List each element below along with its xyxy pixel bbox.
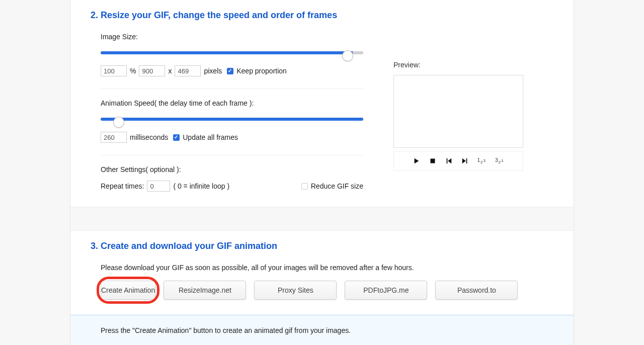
update-all-frames-checkbox[interactable] [173, 134, 180, 141]
section-2-heading: 2. Resize your GIF, change the speed and… [91, 10, 553, 21]
keep-proportion-label: Keep proportion [236, 67, 287, 75]
divider [101, 89, 363, 89]
play-icon[interactable] [413, 157, 420, 164]
repeat-label: Repeat times: [101, 182, 144, 190]
preview-controls: 123 321 [393, 151, 523, 171]
order-ascending[interactable]: 123 [477, 157, 486, 164]
pdftojpg-link-button[interactable]: PDFtoJPG.me [345, 281, 427, 300]
preview-label: Preview: [393, 61, 553, 69]
keep-proportion-checkbox[interactable] [227, 68, 233, 74]
preview-box [393, 75, 523, 148]
image-size-label: Image Size: [101, 33, 363, 41]
pixels-unit: pixels [204, 67, 222, 75]
info-text: Press the "Create Animation" button to c… [101, 326, 351, 334]
resizeimage-link-button[interactable]: ResizeImage.net [164, 281, 246, 300]
order-descending[interactable]: 321 [495, 157, 504, 164]
section-3-heading: 3. Create and download your GIF animatio… [91, 241, 553, 251]
create-animation-button[interactable]: Create Animation [101, 281, 155, 300]
divider [101, 155, 363, 155]
preview-column: Preview: [393, 33, 553, 192]
skip-back-icon[interactable] [445, 157, 452, 164]
password-link-button[interactable]: Password.to [435, 281, 518, 300]
reduce-gif-checkbox[interactable] [301, 183, 308, 190]
svg-rect-0 [430, 159, 435, 163]
reduce-label: Reduce GIF size [311, 182, 363, 190]
repeat-hint: ( 0 = infinite loop ) [173, 182, 229, 190]
create-button-highlight: Create Animation [101, 281, 155, 300]
ms-unit: milliseconds [130, 133, 168, 141]
animation-speed-label: Animation Speed( the delay time of each … [101, 99, 363, 107]
skip-forward-icon[interactable] [461, 157, 468, 164]
section-gap [70, 207, 574, 231]
proxy-sites-link-button[interactable]: Proxy Sites [254, 281, 337, 300]
settings-column: Image Size: % x pixels Keep proportion A… [101, 33, 363, 192]
animation-speed-slider[interactable] [101, 118, 363, 121]
section-create: 3. Create and download your GIF animatio… [70, 231, 574, 315]
size-percent-input[interactable] [101, 65, 127, 76]
info-bar: Press the "Create Animation" button to c… [70, 315, 574, 345]
speed-input[interactable] [101, 132, 127, 143]
x-label: x [168, 67, 172, 75]
stop-icon[interactable] [429, 157, 436, 164]
section-resize: 2. Resize your GIF, change the speed and… [70, 0, 574, 207]
percent-unit: % [130, 67, 136, 75]
height-input[interactable] [175, 65, 201, 76]
update-all-label: Update all frames [183, 133, 238, 141]
image-size-slider[interactable] [101, 51, 363, 54]
other-settings-label: Other Settings( optional ): [101, 165, 363, 174]
section-3-desc: Please download your GIF as soon as poss… [101, 264, 553, 272]
repeat-input[interactable] [147, 181, 170, 192]
width-input[interactable] [139, 65, 165, 76]
